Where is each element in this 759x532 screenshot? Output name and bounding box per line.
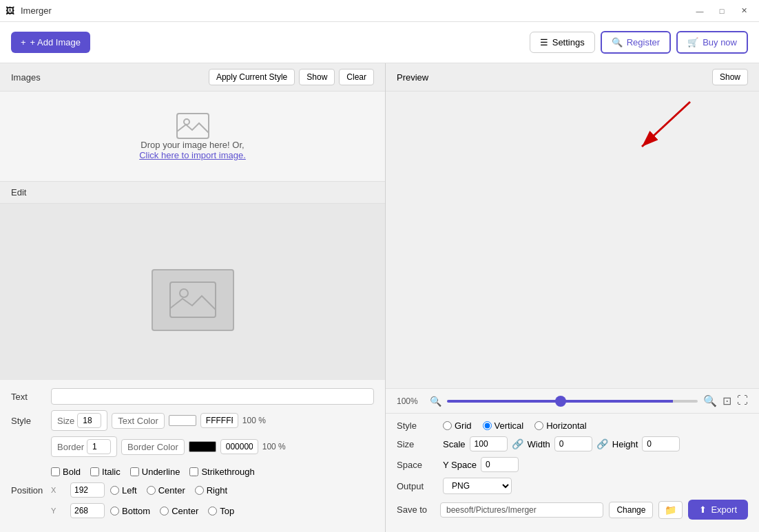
horizontal-radio[interactable]: Horizontal <box>534 421 587 431</box>
cart-icon: 🛒 <box>687 37 698 47</box>
border-color-swatch[interactable] <box>189 441 216 452</box>
app-icon: 🖼 <box>6 6 17 17</box>
image-drop-area[interactable]: Drop your image here! Or, Click here to … <box>0 92 385 181</box>
plus-icon: + <box>21 37 26 47</box>
apply-style-button[interactable]: Apply Current Style <box>209 69 295 85</box>
show-images-button[interactable]: Show <box>299 69 335 85</box>
text-color-box: Text Color <box>112 413 165 429</box>
vcenter-radio[interactable]: Center <box>160 506 198 516</box>
position-row-1: Position X Left Center <box>11 482 374 498</box>
settings-button[interactable]: ☰ Settings <box>530 32 595 53</box>
maximize-button[interactable]: □ <box>712 4 731 18</box>
bottom-radio-input[interactable] <box>110 507 119 515</box>
add-image-label: + Add Image <box>30 37 81 47</box>
scale-link-icon[interactable]: 🔗 <box>512 438 523 449</box>
grid-radio[interactable]: Grid <box>443 421 472 431</box>
minimize-button[interactable]: — <box>690 4 709 18</box>
text-color-label: Text Color <box>118 416 158 426</box>
output-label: Output <box>397 481 435 491</box>
y-input[interactable] <box>70 503 105 518</box>
size-input[interactable] <box>77 413 101 428</box>
change-path-button[interactable]: Change <box>609 502 653 518</box>
text-color-percent: 100 % <box>242 416 266 425</box>
left-radio-input[interactable] <box>110 486 119 495</box>
space-group: Y Space <box>443 457 519 472</box>
italic-input[interactable] <box>90 467 99 476</box>
center-radio-input[interactable] <box>147 486 156 495</box>
border-color-hex[interactable] <box>220 439 258 454</box>
width-link-icon[interactable]: 🔗 <box>596 438 608 449</box>
top-label: Top <box>220 506 234 516</box>
right-radio[interactable]: Right <box>195 485 227 496</box>
top-radio[interactable]: Top <box>208 506 234 516</box>
vertical-radio[interactable]: Vertical <box>483 421 524 431</box>
style-controls: Size Text Color 100 % <box>51 410 266 431</box>
register-button[interactable]: 🔍 Register <box>601 31 671 54</box>
top-radio-input[interactable] <box>208 507 217 515</box>
italic-label: Italic <box>102 467 121 477</box>
output-select[interactable]: PNG JPG WEBP BMP <box>443 478 512 494</box>
bold-checkbox[interactable]: Bold <box>51 467 81 477</box>
underline-checkbox[interactable]: Underline <box>130 467 180 477</box>
horizontal-radio-input[interactable] <box>534 421 543 430</box>
zoom-slider[interactable] <box>447 400 698 403</box>
buy-button[interactable]: 🛒 Buy now <box>676 31 748 54</box>
arrow-annotation <box>621 95 704 164</box>
bold-label: Bold <box>63 467 81 477</box>
size-settings-label: Size <box>397 439 435 449</box>
right-radio-input[interactable] <box>195 486 204 495</box>
settings-icon: ☰ <box>540 37 548 47</box>
x-input[interactable] <box>70 482 105 498</box>
preview-ctrl-icons: ⊡ ⛶ <box>722 394 748 407</box>
border-input[interactable] <box>87 439 111 454</box>
bold-input[interactable] <box>51 467 60 476</box>
underline-input[interactable] <box>130 467 139 476</box>
zoom-out-icon[interactable]: 🔍 <box>430 396 441 407</box>
import-link[interactable]: Click here to import image. <box>139 150 246 160</box>
y-space-input[interactable] <box>481 457 519 472</box>
scale-input[interactable] <box>470 436 508 451</box>
grid-radio-input[interactable] <box>443 421 452 430</box>
settings-label: Settings <box>552 37 585 47</box>
text-color-hex[interactable] <box>200 413 238 428</box>
left-radio[interactable]: Left <box>110 485 137 496</box>
border-color-box: Border Color <box>121 439 185 455</box>
export-button[interactable]: ⬆ Export <box>688 500 748 520</box>
strikethrough-checkbox[interactable]: Strikethrough <box>189 467 254 477</box>
vcenter-label: Center <box>171 506 198 516</box>
vcenter-radio-input[interactable] <box>160 507 169 515</box>
open-folder-button[interactable]: 📁 <box>658 501 683 519</box>
left-label: Left <box>122 485 137 496</box>
edit-title: Edit <box>11 187 26 198</box>
strikethrough-input[interactable] <box>189 467 198 476</box>
save-path-input[interactable] <box>440 502 603 518</box>
text-color-swatch[interactable] <box>169 415 196 426</box>
add-image-button[interactable]: + + Add Image <box>11 32 90 53</box>
clear-button[interactable]: Clear <box>339 69 374 85</box>
search-icon: 🔍 <box>612 37 623 47</box>
height-input[interactable] <box>642 436 680 451</box>
width-input[interactable] <box>554 436 592 451</box>
vertical-radio-input[interactable] <box>483 421 492 430</box>
space-label: Space <box>397 460 435 470</box>
fit-icon[interactable]: ⊡ <box>722 394 731 407</box>
close-button[interactable]: ✕ <box>734 4 753 18</box>
svg-point-1 <box>184 119 189 125</box>
edit-header: Edit <box>0 182 385 204</box>
center-radio[interactable]: Center <box>147 485 185 496</box>
edit-placeholder-icon <box>169 281 217 319</box>
show-preview-button[interactable]: Show <box>712 69 748 85</box>
underline-label: Underline <box>142 467 180 477</box>
space-settings-row: Space Y Space <box>397 457 748 472</box>
svg-line-5 <box>642 102 690 147</box>
border-controls: Border Border Color 100 % <box>51 436 286 457</box>
text-input[interactable] <box>51 388 374 405</box>
y-space-label: Y Space <box>443 460 477 470</box>
fullscreen-icon[interactable]: ⛶ <box>737 394 748 407</box>
bottom-radio[interactable]: Bottom <box>110 506 150 516</box>
zoom-in-icon[interactable]: 🔍 <box>703 394 717 407</box>
italic-checkbox[interactable]: Italic <box>90 467 121 477</box>
border-box: Border <box>51 436 117 457</box>
left-panel: Images Apply Current Style Show Clear Dr… <box>0 63 386 532</box>
output-settings-row: Output PNG JPG WEBP BMP <box>397 478 748 494</box>
